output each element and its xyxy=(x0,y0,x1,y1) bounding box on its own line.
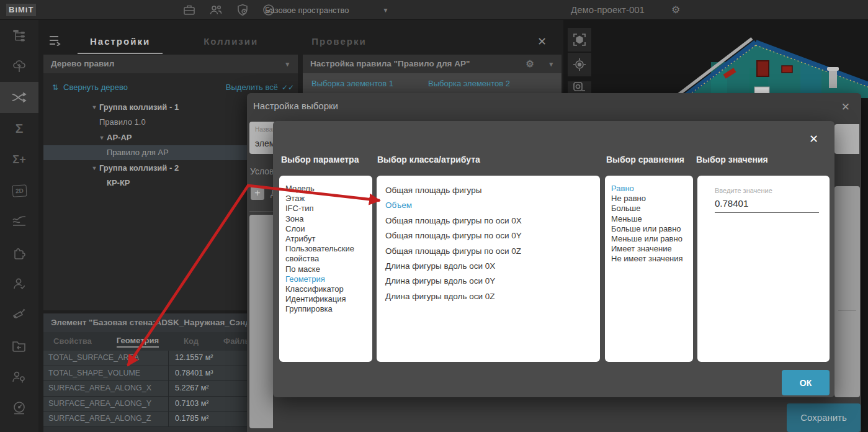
rules-tree-header: Дерево правил ▾ xyxy=(43,55,298,73)
save-button[interactable]: Сохранить xyxy=(787,403,861,432)
sidebar-item-model-tree[interactable] xyxy=(0,51,38,82)
collapse-icon: ⇅ xyxy=(52,83,58,92)
tree-item-label: Правило для АР xyxy=(107,148,169,157)
parameter-option[interactable]: Классификатор xyxy=(285,284,366,294)
rule-config-collapse-icon[interactable]: ▾ xyxy=(549,55,553,73)
comparison-option[interactable]: Меньше xyxy=(611,214,687,224)
sidebar-item-collisions[interactable] xyxy=(0,82,38,113)
attribute-option[interactable]: Объем xyxy=(385,198,591,213)
chevron-down-icon: ▼ xyxy=(383,7,389,14)
close-workspace-icon[interactable]: ✕ xyxy=(537,35,547,48)
users-icon[interactable] xyxy=(208,3,223,17)
condition-picker-dialog: ✕ Выбор параметра Выбор класса/атрибута … xyxy=(273,121,834,397)
attribute-option[interactable]: Общая площадь фигуры xyxy=(385,183,591,198)
property-value: 5.2267 м² xyxy=(169,381,208,396)
sidebar-item-approvals[interactable] xyxy=(0,268,38,299)
parameter-option[interactable]: Слои xyxy=(285,224,366,234)
parameter-option[interactable]: Группировка xyxy=(285,304,366,314)
sidebar-item-dashboard[interactable] xyxy=(0,392,38,423)
parameter-option[interactable]: По маске xyxy=(285,264,366,274)
workspace-selector-label: Базовое пространство xyxy=(265,6,349,15)
rules-tree-collapse-icon[interactable]: ▾ xyxy=(285,55,289,73)
parameter-option[interactable]: Пользовательские свойства xyxy=(285,244,366,264)
selection-name-value: элем xyxy=(255,138,275,148)
tree-item-label: Группа коллизий - 1 xyxy=(99,102,179,112)
sidebar-item-2d[interactable]: 2D xyxy=(0,175,38,206)
fit-view-icon xyxy=(572,32,587,47)
double-check-icon: ✓✓ xyxy=(282,83,294,92)
comparison-option[interactable]: Не имеет значения xyxy=(611,254,687,264)
sidebar-item-user-location[interactable] xyxy=(0,361,38,392)
workspace-tab[interactable]: Коллизии xyxy=(191,31,271,54)
modal-title: Настройка выборки xyxy=(253,101,338,111)
sidebar-item-structure[interactable] xyxy=(0,20,38,51)
sigma-icon: Σ xyxy=(16,121,24,136)
attribute-option[interactable]: Общая площадь фигуры по оси 0Y xyxy=(385,228,591,243)
top-bar: BiMiT Базовое пространство ▼ Демо-проект… xyxy=(0,0,868,20)
tree-item-label: АР-АР xyxy=(107,133,132,142)
attribute-option[interactable]: Общая площадь фигуры по оси 0Z xyxy=(385,244,591,259)
select-all-link[interactable]: Выделить всё ✓✓ xyxy=(226,83,294,92)
parameter-option[interactable]: IFC-тип xyxy=(285,204,366,214)
selection-tab[interactable]: Выборка элементов 2 xyxy=(428,79,510,88)
parameter-option[interactable]: Модель xyxy=(285,184,366,194)
conditions-label: Услов xyxy=(250,166,274,176)
element-tab[interactable]: Свойства xyxy=(53,336,92,347)
parameter-option[interactable]: Геометрия xyxy=(285,274,366,284)
modal-close-icon[interactable]: ✕ xyxy=(841,101,850,114)
workspace-selector[interactable]: Базовое пространство ▼ xyxy=(265,0,388,20)
parameter-option[interactable]: Атрибут xyxy=(285,234,366,244)
selection-name-field-2[interactable] xyxy=(834,124,859,154)
parameter-option[interactable]: Зона xyxy=(285,214,366,224)
attribute-list: Общая площадь фигурыОбъемОбщая площадь ф… xyxy=(377,176,600,362)
collapse-tree-link[interactable]: ⇅ Свернуть дерево xyxy=(52,83,128,92)
element-tab[interactable]: Геометрия xyxy=(117,336,159,348)
tree-caret-icon[interactable]: ▾ xyxy=(89,104,99,110)
sidebar-item-export[interactable] xyxy=(0,330,38,361)
sidebar-item-plugins[interactable] xyxy=(0,237,38,268)
workspace-tab[interactable]: Настройки xyxy=(78,31,163,54)
left-sidebar: Σ Σ+ 2D xyxy=(0,20,38,432)
element-tab[interactable]: Код xyxy=(184,336,199,347)
locate-button[interactable] xyxy=(568,53,591,76)
parameter-option[interactable]: Этаж xyxy=(285,194,366,204)
ok-button[interactable]: ОК xyxy=(782,370,830,395)
sidebar-item-graphs[interactable] xyxy=(0,206,38,237)
panel-menu-icon[interactable] xyxy=(48,35,62,48)
sidebar-item-sum-add[interactable]: Σ+ xyxy=(0,144,38,175)
shield-status-icon[interactable] xyxy=(236,3,249,17)
comparison-option[interactable]: Больше или равно xyxy=(611,224,687,234)
parameter-option[interactable]: Идентификация xyxy=(285,294,366,304)
app-logo[interactable]: BiMiT xyxy=(6,4,36,16)
comparison-option[interactable]: Имеет значение xyxy=(611,244,687,254)
briefcase-icon[interactable] xyxy=(182,3,196,17)
tree-caret-icon[interactable]: ▾ xyxy=(89,164,99,171)
comparison-option[interactable]: Меньше или равно xyxy=(611,234,687,244)
selection-tab[interactable]: Выборка элементов 1 xyxy=(311,79,393,88)
rule-config-panel: Настройка правила "Правило для АР" ⚙ ▾ В… xyxy=(303,55,562,93)
rule-config-header: Настройка правила "Правило для АР" ⚙ ▾ xyxy=(303,55,562,73)
fit-view-button[interactable] xyxy=(568,28,591,52)
comparison-option[interactable]: Равно xyxy=(611,184,687,194)
attribute-option[interactable]: Длина фигуры вдоль оси 0X xyxy=(385,259,591,274)
property-key: SURFACE_AREA_ALONG_Y xyxy=(43,397,169,412)
section-view-icon xyxy=(572,81,587,93)
property-value: 0.7103 м² xyxy=(169,397,208,412)
section-view-button[interactable] xyxy=(568,81,591,93)
comparison-option[interactable]: Не равно xyxy=(611,194,687,204)
picker-close-icon[interactable]: ✕ xyxy=(809,132,818,146)
attribute-option[interactable]: Общая площадь фигуры по оси 0X xyxy=(385,214,591,228)
attribute-option[interactable]: Длина фигуры вдоль оси 0Z xyxy=(385,289,591,304)
workspace-tab[interactable]: Проверки xyxy=(299,31,378,54)
tree-caret-icon[interactable]: ▾ xyxy=(97,134,107,141)
sidebar-item-sum[interactable]: Σ xyxy=(0,113,38,144)
comparison-option[interactable]: Больше xyxy=(611,204,687,214)
value-input[interactable] xyxy=(715,196,819,213)
sidebar-item-construction[interactable] xyxy=(0,299,38,330)
value-column-header: Выбор значения xyxy=(696,155,768,164)
plus-icon: + xyxy=(251,186,264,200)
attribute-option[interactable]: Длина фигуры вдоль оси 0Y xyxy=(385,274,591,289)
tree-item-label: КР-КР xyxy=(107,178,130,187)
project-settings-gear-icon[interactable]: ⚙ xyxy=(671,0,680,20)
rule-settings-gear-icon[interactable]: ⚙ xyxy=(526,55,534,73)
